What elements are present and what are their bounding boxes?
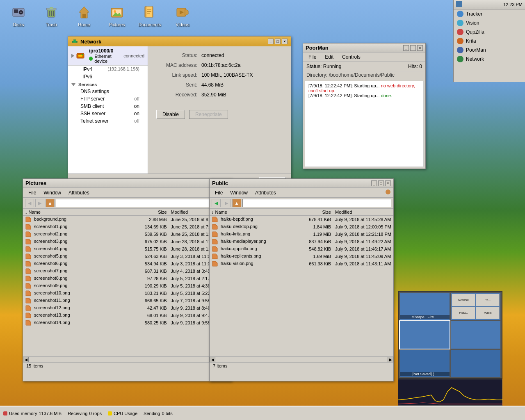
taskbar-item-tracker[interactable]: Tracker — [454, 9, 525, 18]
home-icon[interactable]: Home — [72, 4, 96, 27]
pictures-forward-btn[interactable]: ▶ — [35, 199, 44, 207]
pictures-row-7[interactable]: screenshot7.png 687.31 KiB July 4, 2018 … — [23, 267, 231, 275]
pictures-hscrollbar[interactable]: ◀ ▶ — [23, 356, 231, 362]
pictures-file-menu[interactable]: File — [25, 189, 39, 196]
public-scroll-right[interactable]: ▶ — [388, 357, 393, 362]
network-close-btn[interactable]: × — [282, 39, 288, 44]
ftp-status: off — [134, 96, 139, 102]
poorman-minimize-btn[interactable]: _ — [403, 45, 409, 51]
poorman-controls-menu[interactable]: Controls — [339, 53, 364, 61]
public-row-4[interactable]: haiku-qupzilla.png 548.82 KiB July 9, 20… — [210, 245, 393, 253]
public-row-5[interactable]: haiku-replicants.png 1.69 MiB July 9, 20… — [210, 253, 393, 260]
services-section[interactable]: Services — [68, 80, 148, 88]
public-row-6[interactable]: haiku-vision.png 661.38 KiB July 9, 2018… — [210, 260, 393, 267]
network-sidebar[interactable]: ipro1000/0 Ethernet device connected IPv… — [68, 46, 148, 173]
public-file-list[interactable]: ↓ Name Size Modified haiku-bepdf.png 678… — [210, 209, 393, 356]
disks-icon[interactable]: Disks — [6, 4, 31, 27]
pictures-up-btn[interactable]: ▲ — [46, 199, 55, 207]
poorman-zoom-btn[interactable]: □ — [410, 45, 416, 51]
pictures-titlebar[interactable]: Pictures _ □ × — [23, 179, 231, 188]
documents-icon[interactable]: Documents — [137, 4, 162, 27]
link-label: Link speed: — [156, 72, 201, 78]
taskbar-item-poorman[interactable]: PoorMan — [454, 46, 525, 55]
public-window-menu[interactable]: Window — [227, 189, 251, 196]
public-attributes-menu[interactable]: Attributes — [252, 189, 279, 196]
public-file-name: haiku-qupzilla.png — [210, 245, 306, 253]
public-scroll-left[interactable]: ◀ — [210, 357, 215, 362]
disable-button[interactable]: Disable — [156, 110, 185, 119]
public-hscrollbar[interactable]: ◀ ▶ — [210, 356, 393, 362]
poorman-titlebar[interactable]: PoorMan _ □ × — [303, 43, 425, 52]
pictures-row-11[interactable]: screenshot11.png 666.65 KiB July 7, 2018… — [23, 297, 231, 304]
pictures-row-10[interactable]: screenshot10.png 183.21 KiB July 5, 2018… — [23, 290, 231, 297]
public-zoom-btn[interactable]: □ — [378, 180, 384, 186]
taskbar-item-network[interactable]: Network — [454, 55, 525, 64]
workspace-cell-6[interactable] — [451, 350, 500, 377]
pictures-back-btn[interactable]: ◀ — [25, 199, 34, 207]
public-col-modified[interactable]: Modified — [333, 209, 393, 216]
statusbar-bottom: Used memory 1137.6 MiB Receiving 0 rops … — [0, 406, 525, 420]
dns-item[interactable]: DNS settings — [68, 88, 148, 95]
public-col-name[interactable]: ↓ Name — [210, 209, 306, 216]
workspace-cell-5[interactable]: [Not Saved] (... — [400, 350, 450, 377]
public-row-3[interactable]: haiku-mediaplayer.png 837.94 KiB July 9,… — [210, 238, 393, 245]
pictures-row-0[interactable]: background.png 2.88 MiB June 25, 2018 at… — [23, 216, 231, 224]
pictures-window-menu[interactable]: Window — [40, 189, 64, 196]
pictures-row-2[interactable]: screenshot2.png 539.59 KiB June 25, 2018… — [23, 231, 231, 238]
public-close-btn[interactable]: × — [385, 180, 391, 186]
workspace-cell-4[interactable] — [451, 321, 500, 348]
ssh-item[interactable]: SSH server on — [68, 110, 148, 117]
pictures-row-5[interactable]: screenshot5.png 524.63 KiB July 3, 2018 … — [23, 253, 231, 260]
pictures-row-13[interactable]: screenshot13.png 68.01 KiB July 9, 2018 … — [23, 312, 231, 319]
workspace-cell-2[interactable]: Network Po... Pictu... Public — [451, 293, 500, 320]
pictures-file-size: 524.63 KiB — [137, 253, 169, 260]
public-forward-btn[interactable]: ▶ — [222, 199, 231, 207]
pictures-row-9[interactable]: screenshot9.png 190.29 KiB July 5, 2018 … — [23, 282, 231, 290]
pictures-path-input[interactable]: /boot/home/Pictures — [56, 199, 229, 207]
workspace-cell-1[interactable]: Mixtape · Fire ... — [400, 293, 450, 320]
pictures-col-size[interactable]: Size — [137, 209, 169, 216]
public-col-size[interactable]: Size — [306, 209, 333, 216]
public-row-0[interactable]: haiku-bepdf.png 678.41 KiB July 9, 2018 … — [210, 216, 393, 224]
poorman-close-btn[interactable]: × — [417, 45, 423, 51]
pictures-row-8[interactable]: screenshot8.png 97.28 KiB July 5, 2018 a… — [23, 275, 231, 282]
workspace-cell-active[interactable] — [400, 321, 450, 348]
poorman-edit-menu[interactable]: Edit — [322, 53, 337, 61]
pictures-row-1[interactable]: screenshot1.png 134.69 KiB June 25, 2018… — [23, 223, 231, 231]
pictures-scroll-left[interactable]: ◀ — [23, 357, 29, 362]
public-toolbar: ◀ ▶ ▲ /boot/home/Documents/Public — [210, 198, 393, 209]
public-row-1[interactable]: haiku-desktop.png 1.84 MiB July 9, 2018 … — [210, 223, 393, 231]
pictures-file-list[interactable]: ↓ Name Size Modified background.png 2.88… — [23, 209, 231, 356]
network-minimize-btn[interactable]: _ — [268, 39, 274, 44]
public-file-menu[interactable]: File — [212, 189, 226, 196]
pictures-attributes-menu[interactable]: Attributes — [65, 189, 93, 196]
public-path-input[interactable]: /boot/home/Documents/Public — [242, 199, 391, 207]
public-row-2[interactable]: haiku-krita.png 1.19 MiB July 9, 2018 at… — [210, 231, 393, 238]
public-titlebar[interactable]: Public _ □ × — [210, 179, 393, 188]
smb-item[interactable]: SMB client on — [68, 103, 148, 110]
workspace-switcher[interactable]: Mixtape · Fire ... Network Po... Pictu..… — [398, 291, 502, 379]
pictures-row-6[interactable]: screenshot6.png 534.94 KiB July 3, 2018 … — [23, 260, 231, 267]
public-up-btn[interactable]: ▲ — [232, 199, 241, 207]
pictures-col-name[interactable]: ↓ Name — [23, 209, 137, 216]
videos-icon[interactable]: Videos — [170, 4, 195, 27]
trash-icon-desktop[interactable]: Trash — [39, 4, 64, 27]
renegotiate-button[interactable]: Renegotiate — [189, 110, 228, 119]
pictures-row-4[interactable]: screenshot4.png 515.75 KiB June 28, 2018… — [23, 245, 231, 253]
documents-label: Documents — [138, 22, 161, 27]
taskbar-item-qupzilla[interactable]: QupZilla — [454, 27, 525, 37]
public-back-btn[interactable]: ◀ — [212, 199, 221, 207]
taskbar-item-krita[interactable]: Krita — [454, 37, 525, 46]
public-minimize-btn[interactable]: _ — [371, 180, 377, 186]
ftp-item[interactable]: FTP server off — [68, 95, 148, 103]
network-device-row[interactable]: ipro1000/0 Ethernet device connected — [68, 46, 148, 66]
taskbar-item-vision[interactable]: Vision — [454, 18, 525, 27]
network-zoom-btn[interactable]: □ — [275, 39, 281, 44]
pictures-row-12[interactable]: screenshot12.png 42.47 KiB July 9, 2018 … — [23, 304, 231, 312]
network-titlebar[interactable]: Network _ □ × — [68, 37, 291, 46]
pictures-row-3[interactable]: screenshot3.png 675.02 KiB June 28, 2018… — [23, 238, 231, 245]
pictures-row-14[interactable]: screenshot14.png 580.25 KiB July 9, 2018… — [23, 319, 231, 326]
pictures-icon[interactable]: Pictures — [105, 4, 129, 27]
telnet-item[interactable]: Telnet server off — [68, 117, 148, 125]
poorman-file-menu[interactable]: File — [305, 53, 320, 61]
